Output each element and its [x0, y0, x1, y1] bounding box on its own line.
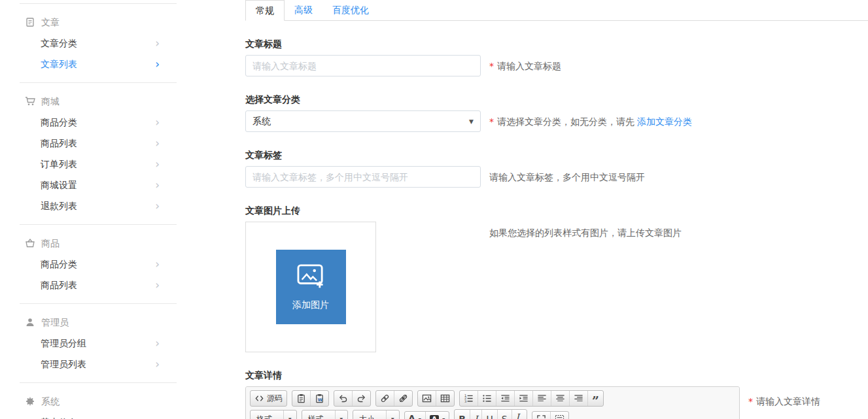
undo-icon — [338, 394, 348, 403]
sidebar-item-refund-list[interactable]: 退款列表 › — [20, 195, 177, 216]
link-icon — [380, 394, 390, 403]
align-left-button[interactable] — [532, 391, 551, 406]
rich-text-editor: 源码 W — [245, 386, 740, 419]
sidebar-item-label: 管理员列表 — [41, 359, 86, 369]
article-detail-row: 文章详情 源码 — [245, 370, 868, 419]
maximize-icon — [536, 414, 546, 419]
article-detail-label: 文章详情 — [245, 370, 868, 381]
italic-button[interactable]: I — [470, 410, 482, 419]
sidebar-item-label: 文章分类 — [41, 38, 77, 48]
chevron-right-icon: › — [155, 118, 160, 127]
source-button[interactable]: 源码 — [251, 391, 286, 406]
background-color-button[interactable]: A ▾ — [425, 412, 449, 419]
bulleted-list-button[interactable] — [477, 391, 496, 406]
indent-button[interactable] — [514, 391, 532, 406]
chevron-right-icon: › — [155, 280, 160, 290]
sidebar-item-label: 管理员分组 — [41, 338, 86, 348]
size-select-label: 大小 — [353, 411, 386, 419]
sidebar-item-product-category[interactable]: 商品分类 › — [20, 254, 177, 275]
ordered-list-button[interactable]: 123 — [460, 391, 477, 406]
sidebar-item-admin-group[interactable]: 管理员分组 › — [20, 333, 177, 354]
bold-button[interactable]: B — [455, 410, 470, 419]
sidebar-header-product: 商品 — [20, 233, 177, 254]
sidebar-item-product-list[interactable]: 商品列表 › — [20, 275, 177, 295]
sidebar-header-label: 管理员 — [41, 317, 69, 327]
sidebar-item-label: 商品分类 — [41, 259, 77, 269]
outdent-icon — [500, 394, 510, 403]
sidebar-header-label: 商城 — [41, 96, 60, 107]
required-asterisk: * — [748, 396, 753, 407]
chevron-right-icon: › — [155, 180, 160, 190]
link-button[interactable] — [376, 391, 394, 406]
tab-advanced[interactable]: 高级 — [285, 0, 322, 20]
article-tags-input[interactable] — [245, 166, 481, 188]
sidebar-divider — [20, 224, 177, 225]
sidebar-item-goods-category[interactable]: 商品分类 › — [20, 112, 177, 133]
dropdown-arrow-icon: ▾ — [283, 411, 296, 419]
editor-toolbar-row-2: 格式 ▾ 样式 ▾ 大小 ▾ A — [250, 409, 735, 419]
article-category-hint: *请选择文章分类，如无分类，请先添加文章分类 — [489, 116, 692, 127]
article-tags-label: 文章标签 — [245, 150, 868, 161]
strikethrough-button[interactable]: S — [497, 410, 512, 419]
align-right-button[interactable] — [569, 391, 587, 406]
add-image-button[interactable]: 添加图片 — [276, 250, 346, 324]
sidebar-item-label: 商品分类 — [41, 117, 77, 127]
style-select[interactable]: 样式 ▾ — [302, 410, 349, 419]
sidebar-item-admin-list[interactable]: 管理员列表 › — [20, 354, 177, 375]
insert-table-button[interactable] — [436, 391, 454, 406]
underline-button[interactable]: U — [481, 410, 496, 419]
sidebar-item-label: 退款列表 — [41, 201, 77, 211]
svg-text:W: W — [318, 397, 323, 403]
text-color-button[interactable]: A ▾ — [405, 412, 425, 419]
remove-format-button[interactable]: Ix — [512, 410, 527, 419]
blockquote-icon: ” — [592, 394, 599, 403]
undo-button[interactable] — [334, 391, 352, 406]
image-icon — [422, 394, 432, 403]
source-code-icon — [254, 394, 264, 403]
show-blocks-button[interactable] — [550, 412, 568, 419]
article-image-label: 文章图片上传 — [245, 205, 868, 216]
sidebar-item-article-category[interactable]: 文章分类 › — [20, 33, 177, 54]
sidebar-item-mall-settings[interactable]: 商城设置 › — [20, 175, 177, 195]
paste-icon — [296, 394, 306, 403]
sidebar-item-basic-info[interactable]: 基本信息 › — [20, 412, 177, 419]
paste-from-word-button[interactable]: W — [310, 391, 328, 406]
redo-icon — [356, 394, 366, 403]
article-title-row: 文章标题 *请输入文章标题 — [245, 39, 868, 76]
redo-button[interactable] — [352, 391, 370, 406]
sidebar-item-goods-list[interactable]: 商品列表 › — [20, 133, 177, 154]
article-category-select[interactable]: 系统 ▼ — [245, 110, 481, 132]
tab-general[interactable]: 常规 — [245, 0, 285, 21]
unlink-button[interactable] — [394, 391, 412, 406]
align-right-icon — [574, 394, 583, 403]
article-icon — [25, 17, 35, 27]
format-select[interactable]: 格式 ▾ — [250, 410, 297, 419]
dropdown-arrow-icon: ▾ — [386, 411, 399, 419]
sidebar-item-article-list[interactable]: 文章列表 › — [20, 54, 177, 75]
tab-bar: 常规 高级 百度优化 — [245, 0, 868, 21]
maximize-button[interactable] — [532, 412, 550, 419]
image-upload-box[interactable]: 添加图片 — [245, 222, 376, 352]
chevron-right-icon: › — [155, 39, 160, 48]
sidebar-item-label: 商品列表 — [41, 280, 77, 290]
align-center-button[interactable] — [551, 391, 569, 406]
article-title-input[interactable] — [245, 55, 481, 76]
chevron-right-icon: › — [155, 139, 160, 148]
editor-toolbar-row-1: 源码 W — [250, 390, 735, 407]
ordered-list-icon: 123 — [464, 394, 474, 403]
insert-image-button[interactable] — [418, 391, 436, 406]
add-article-category-link[interactable]: 添加文章分类 — [637, 116, 692, 127]
article-tags-row: 文章标签 请输入文章标签，多个用中文逗号隔开 — [245, 150, 868, 188]
main-content: 常规 高级 百度优化 文章标题 *请输入文章标题 选择文章分类 系统 ▼ — [245, 0, 868, 419]
size-select[interactable]: 大小 ▾ — [353, 410, 400, 419]
dropdown-arrow-icon: ▾ — [419, 414, 421, 419]
select-value: 系统 — [252, 116, 271, 127]
article-category-row: 选择文章分类 系统 ▼ *请选择文章分类，如无分类，请先添加文章分类 — [245, 94, 868, 132]
required-asterisk: * — [489, 116, 494, 127]
tab-baidu-seo[interactable]: 百度优化 — [322, 0, 379, 20]
paste-button[interactable] — [292, 391, 310, 406]
source-button-label: 源码 — [267, 394, 283, 403]
sidebar-item-order-list[interactable]: 订单列表 › — [20, 154, 177, 175]
outdent-button[interactable] — [496, 391, 514, 406]
blockquote-button[interactable]: ” — [587, 391, 603, 406]
